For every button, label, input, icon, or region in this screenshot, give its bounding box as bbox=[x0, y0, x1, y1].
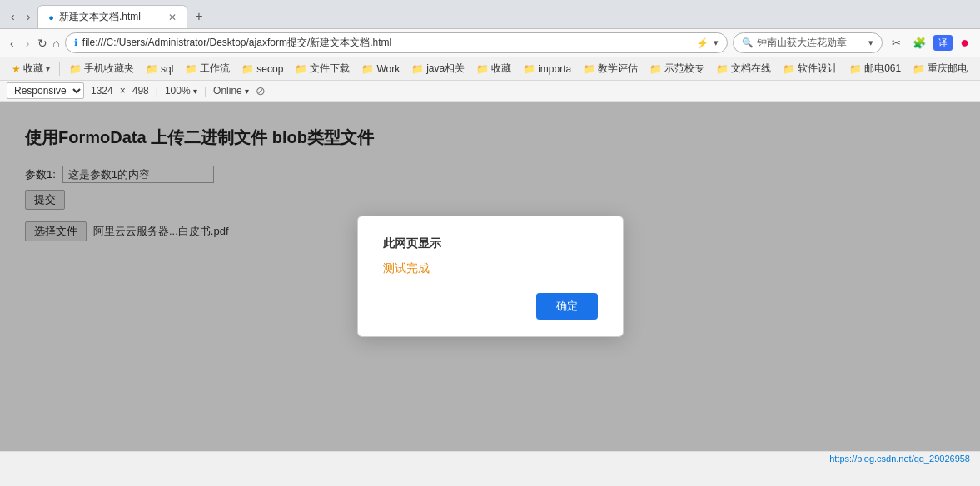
status-bar: https://blog.csdn.net/qq_29026958 bbox=[0, 451, 980, 465]
modal-dialog: 此网页显示 测试完成 确定 bbox=[357, 216, 624, 337]
network-status: Online ▾ bbox=[213, 85, 249, 97]
devtools-sep2: | bbox=[204, 85, 206, 97]
search-dropdown-icon: ▾ bbox=[868, 37, 873, 48]
bookmark-docs[interactable]: 📁 文档在线 bbox=[711, 60, 776, 77]
back-button[interactable]: ‹ bbox=[7, 8, 19, 25]
star-icon: ★ bbox=[12, 63, 21, 75]
url-dropdown-icon[interactable]: ▾ bbox=[714, 37, 719, 48]
viewport-x: × bbox=[120, 85, 126, 97]
bookmark-collect[interactable]: 📁 收藏 bbox=[471, 60, 516, 77]
search-icon: 🔍 bbox=[742, 37, 754, 48]
modal-ok-button[interactable]: 确定 bbox=[536, 293, 598, 320]
nav-back-button[interactable]: ‹ bbox=[7, 35, 17, 52]
folder-icon: 📁 bbox=[295, 63, 307, 75]
zoom-level: 100% ▾ bbox=[165, 85, 197, 97]
bookmark-teaching[interactable]: 📁 教学评估 bbox=[578, 60, 643, 77]
bookmark-favorites[interactable]: ★ 收藏 ▾ bbox=[7, 60, 55, 77]
folder-icon: 📁 bbox=[849, 63, 862, 75]
devtools-sep1: | bbox=[156, 85, 158, 97]
bookmark-sql[interactable]: 📁 sql bbox=[141, 62, 178, 77]
bookmark-importa[interactable]: 📁 importa bbox=[518, 62, 576, 77]
url-text: file:///C:/Users/Administrator/Desktop/a… bbox=[82, 36, 691, 50]
folder-icon: 📁 bbox=[716, 63, 729, 75]
tab-close-button[interactable]: ✕ bbox=[168, 12, 177, 23]
home-button[interactable]: ⌂ bbox=[52, 37, 59, 50]
modal-message: 测试完成 bbox=[383, 261, 598, 276]
folder-icon: 📁 bbox=[411, 63, 424, 75]
browser-chrome: ‹ › ● 新建文本文档.html ✕ + ‹ › ↻ ⌂ ℹ file:///… bbox=[0, 0, 980, 465]
bookmark-java[interactable]: 📁 java相关 bbox=[406, 60, 470, 77]
scissors-button[interactable]: ✂ bbox=[888, 35, 905, 51]
folder-icon: 📁 bbox=[523, 63, 535, 75]
bookmark-download[interactable]: 📁 文件下载 bbox=[290, 60, 355, 77]
ssl-icon: ℹ bbox=[74, 37, 77, 48]
folder-icon: 📁 bbox=[649, 63, 662, 75]
address-bar[interactable]: ℹ file:///C:/Users/Administrator/Desktop… bbox=[65, 32, 728, 53]
status-url: https://blog.csdn.net/qq_29026958 bbox=[829, 454, 970, 464]
active-tab[interactable]: ● 新建文本文档.html ✕ bbox=[37, 5, 187, 28]
folder-icon: 📁 bbox=[185, 63, 197, 75]
tab-title: 新建文本文档.html bbox=[59, 10, 141, 24]
new-tab-button[interactable]: + bbox=[191, 7, 206, 26]
bookmark-workflow[interactable]: 📁 工作流 bbox=[180, 60, 235, 77]
bookmark-separator bbox=[59, 62, 60, 76]
folder-icon: 📁 bbox=[783, 63, 795, 75]
modal-footer: 确定 bbox=[383, 293, 598, 320]
bookmark-cq-postal[interactable]: 📁 重庆邮电 bbox=[908, 60, 973, 77]
responsive-select[interactable]: Responsive bbox=[7, 82, 84, 99]
no-throttle-icon: ⊘ bbox=[256, 84, 266, 97]
bookmarks-bar: ★ 收藏 ▾ 📁 手机收藏夹 📁 sql 📁 工作流 📁 secop 📁 文件下… bbox=[0, 57, 980, 81]
folder-icon: 📁 bbox=[361, 63, 374, 75]
toolbar-right: ✂ 🧩 译 ● bbox=[888, 32, 973, 53]
modal-title: 此网页显示 bbox=[383, 236, 598, 251]
folder-icon: 📁 bbox=[583, 63, 595, 75]
nav-forward-button[interactable]: › bbox=[22, 35, 33, 52]
page-content: 使用FormoData 上传二进制文件 blob类型文件 参数1: 提交 选择文… bbox=[0, 102, 980, 451]
viewport-height: 498 bbox=[132, 85, 149, 97]
bookmark-secop[interactable]: 📁 secop bbox=[236, 62, 288, 77]
profile-button[interactable]: ● bbox=[956, 32, 973, 53]
folder-icon: 📁 bbox=[476, 63, 489, 75]
devtools-bar: Responsive 1324 × 498 | 100% ▾ | Online … bbox=[0, 81, 980, 102]
bookmark-mobile[interactable]: 📁 手机收藏夹 bbox=[64, 60, 139, 77]
folder-icon: 📁 bbox=[69, 63, 82, 75]
address-bar-row: ‹ › ↻ ⌂ ℹ file:///C:/Users/Administrator… bbox=[0, 28, 980, 57]
bookmark-work[interactable]: 📁 Work bbox=[356, 62, 405, 77]
page-area: 使用FormoData 上传二进制文件 blob类型文件 参数1: 提交 选择文… bbox=[0, 102, 980, 465]
viewport-width: 1324 bbox=[91, 85, 113, 97]
folder-icon: 📁 bbox=[913, 63, 925, 75]
tab-favicon: ● bbox=[48, 12, 54, 22]
folder-icon: 📁 bbox=[146, 63, 158, 75]
tab-bar: ‹ › ● 新建文本文档.html ✕ + bbox=[0, 0, 980, 28]
search-text: 钟南山获大连花勋章 bbox=[757, 36, 865, 50]
folder-icon: 📁 bbox=[241, 63, 254, 75]
search-bar[interactable]: 🔍 钟南山获大连花勋章 ▾ bbox=[733, 32, 883, 53]
reload-button[interactable]: ↻ bbox=[37, 37, 47, 50]
forward-button[interactable]: › bbox=[22, 8, 35, 25]
modal-overlay: 此网页显示 测试完成 确定 bbox=[0, 102, 980, 451]
lightning-icon: ⚡ bbox=[696, 37, 709, 49]
bookmark-software[interactable]: 📁 软件设计 bbox=[778, 60, 843, 77]
translate-button[interactable]: 译 bbox=[933, 35, 953, 51]
bookmark-postal[interactable]: 📁 邮电061 bbox=[844, 60, 906, 77]
bookmark-model[interactable]: 📁 示范校专 bbox=[644, 60, 709, 77]
extensions-button[interactable]: 🧩 bbox=[908, 35, 930, 51]
